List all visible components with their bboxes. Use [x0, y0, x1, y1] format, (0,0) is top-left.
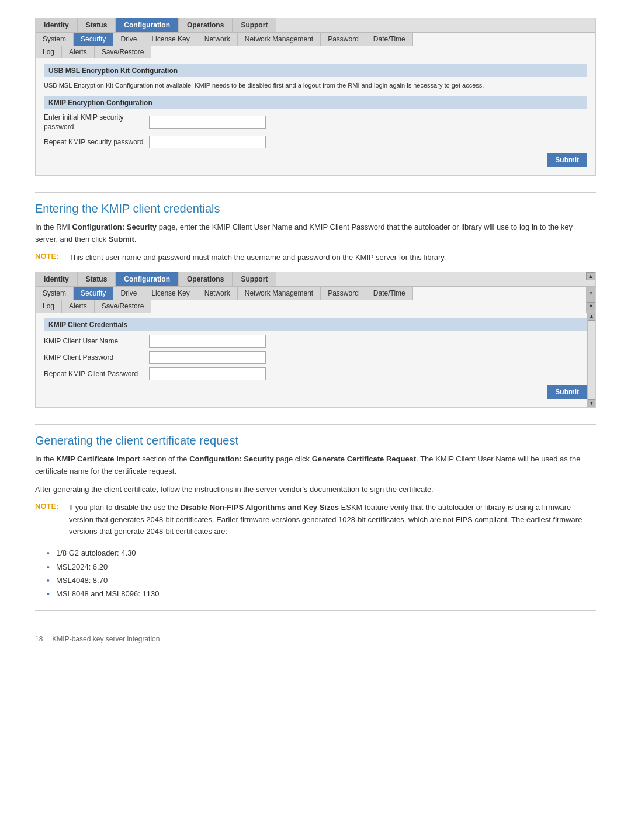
scroll-down-btn-2[interactable]: ▼: [587, 302, 595, 310]
label-repeat-password: Repeat KMIP security password: [44, 137, 149, 147]
tab-operations[interactable]: Operations: [179, 18, 233, 32]
divider-3: [35, 610, 596, 611]
nav-top-1: Identity Status Configuration Operations…: [36, 18, 595, 33]
usb-warning-text: USB MSL Encryption Kit Configuration not…: [44, 81, 587, 91]
note2-text: If you plan to disable the use the Disab…: [69, 502, 596, 538]
usb-section-header: USB MSL Encryption Kit Configuration: [44, 64, 587, 77]
subtab-alerts[interactable]: Alerts: [62, 46, 95, 58]
subtab-system[interactable]: System: [36, 33, 74, 46]
subtab-drive[interactable]: Drive: [113, 33, 144, 46]
body2-mid: section of the: [140, 454, 190, 463]
input-initial-password[interactable]: [149, 116, 266, 129]
sub-nav-row2: Log Alerts Save/Restore: [36, 46, 595, 58]
section2-title: Generating the client certificate reques…: [35, 434, 596, 447]
page-footer: 18 KMIP-based key server integration: [35, 629, 596, 643]
subtab2-network[interactable]: Network: [197, 287, 238, 300]
body-bold1: Configuration: Security: [72, 223, 157, 231]
footer-label: KMIP-based key server integration: [52, 635, 160, 643]
section2-note: NOTE: If you plan to disable the use the…: [35, 502, 596, 538]
subtab2-licensekey[interactable]: License Key: [144, 287, 197, 300]
subtab2-networkmanagement[interactable]: Network Management: [238, 287, 321, 300]
section1-note: NOTE: This client user name and password…: [35, 252, 596, 264]
submit-button-2[interactable]: Submit: [547, 385, 587, 399]
submit-row-1: Submit: [44, 153, 587, 167]
input-client-username[interactable]: [149, 335, 266, 348]
tab2-status[interactable]: Status: [78, 272, 116, 286]
subtab2-datetime[interactable]: Date/Time: [366, 287, 413, 300]
note1-label: NOTE:: [35, 252, 64, 264]
note1-text: This client user name and password must …: [69, 252, 446, 264]
scroll-top-btn-2[interactable]: ▲: [586, 272, 595, 280]
subtab-saverestore[interactable]: Save/Restore: [95, 46, 152, 58]
tab2-identity[interactable]: Identity: [36, 272, 78, 286]
kmip-section-header: KMIP Encryption Configuration: [44, 96, 587, 109]
nav-top-2: Identity Status Configuration Operations…: [36, 272, 595, 287]
list-item: 1/8 G2 autoloader: 4.30: [47, 546, 596, 560]
body2-bold1: KMIP Certificate Import: [56, 454, 140, 463]
form-row-client-username: KMIP Client User Name: [44, 335, 587, 348]
subtab-password[interactable]: Password: [321, 33, 366, 46]
panel2-content: KMIP Client Credentials KMIP Client User…: [36, 313, 595, 407]
form-row-repeat-password: Repeat KMIP security password: [44, 136, 587, 148]
sub-nav-row1: System Security Drive License Key Networ…: [36, 33, 595, 46]
body2-bold3: Generate Certificate Request: [312, 454, 416, 463]
bullet-list: 1/8 G2 autoloader: 4.30 MSL2024: 6.20 MS…: [35, 546, 596, 601]
subtab-datetime[interactable]: Date/Time: [366, 33, 413, 46]
divider-2: [35, 424, 596, 425]
body2-bold2: Configuration: Security: [189, 454, 273, 463]
input-client-password[interactable]: [149, 351, 266, 364]
subtab-licensekey[interactable]: License Key: [144, 33, 197, 46]
subtab2-security[interactable]: Security: [74, 287, 113, 300]
label-repeat-client-password: Repeat KMIP Client Password: [44, 369, 149, 379]
list-item: MSL2024: 6.20: [47, 560, 596, 574]
subtab2-system[interactable]: System: [36, 287, 74, 300]
tab-configuration[interactable]: Configuration: [116, 18, 179, 32]
subtab2-alerts[interactable]: Alerts: [62, 300, 95, 313]
submit-row-2: Submit: [44, 385, 587, 399]
section1-body: In the RMI Configuration: Security page,…: [35, 221, 596, 246]
form-row-client-password: KMIP Client Password: [44, 351, 587, 364]
tab-support[interactable]: Support: [233, 18, 276, 32]
sub-nav2-row1: System Security Drive License Key Networ…: [36, 287, 595, 300]
section2-body1: In the KMIP Certificate Import section o…: [35, 453, 596, 478]
scrollbar-up-2[interactable]: ▲: [588, 313, 595, 321]
tab-status[interactable]: Status: [78, 18, 116, 32]
kmip-client-creds-header: KMIP Client Credentials: [44, 318, 587, 331]
body2-post: page click: [274, 454, 312, 463]
form-row-repeat-client-password: Repeat KMIP Client Password: [44, 367, 587, 380]
subtab-security[interactable]: Security: [74, 33, 113, 46]
rmi-panel-1: Identity Status Configuration Operations…: [35, 18, 596, 176]
panel1-content: USB MSL Encryption Kit Configuration USB…: [36, 58, 595, 175]
sub-nav2-row2: Log Alerts Save/Restore ▼: [36, 300, 595, 313]
list-item: MSL4048: 8.70: [47, 574, 596, 587]
footer-page-number: 18: [35, 635, 43, 643]
tab2-support[interactable]: Support: [233, 272, 276, 286]
label-client-password: KMIP Client Password: [44, 353, 149, 363]
note2-bold: Disable Non-FIPS Algorithms and Key Size…: [181, 503, 339, 512]
body-pre: In the RMI: [35, 223, 72, 231]
body-end: .: [134, 235, 137, 244]
subtab2-saverestore[interactable]: Save/Restore: [95, 300, 152, 313]
subtab-network[interactable]: Network: [197, 33, 238, 46]
label-initial-password: Enter initial KMIP security password: [44, 113, 149, 133]
input-repeat-client-password[interactable]: [149, 367, 266, 380]
section2-body2: After generating the client certificate,…: [35, 484, 596, 496]
submit-button-1[interactable]: Submit: [547, 153, 587, 167]
subtab-networkmanagement[interactable]: Network Management: [238, 33, 321, 46]
subtab2-drive[interactable]: Drive: [113, 287, 144, 300]
body2-pre: In the: [35, 454, 56, 463]
input-repeat-password[interactable]: [149, 136, 266, 148]
scrollbar-down-2[interactable]: ▼: [588, 399, 595, 407]
divider-1: [35, 192, 596, 193]
body-bold2: Submit: [109, 235, 134, 244]
subtab-log[interactable]: Log: [36, 46, 62, 58]
scrollbar-2: ▲ ▼: [587, 313, 595, 407]
label-client-username: KMIP Client User Name: [44, 336, 149, 346]
subtab2-password[interactable]: Password: [321, 287, 366, 300]
section1-title: Entering the KMIP client credentials: [35, 202, 596, 216]
tab2-configuration[interactable]: Configuration: [116, 272, 179, 286]
subtab2-log[interactable]: Log: [36, 300, 62, 313]
tab2-operations[interactable]: Operations: [179, 272, 233, 286]
tab-identity[interactable]: Identity: [36, 18, 78, 32]
note2-label: NOTE:: [35, 502, 64, 538]
